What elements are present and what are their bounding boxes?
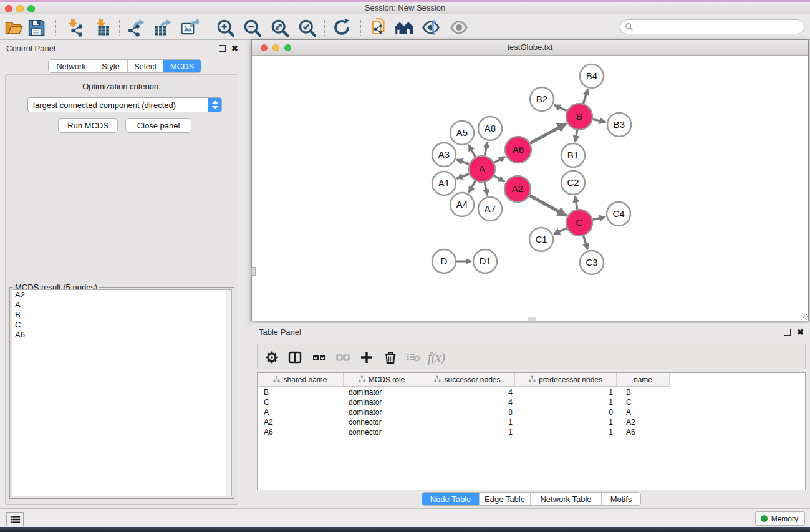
node-C3[interactable]: C3 bbox=[580, 251, 604, 274]
tab-motifs[interactable]: Motifs bbox=[602, 493, 640, 505]
node-A[interactable]: A bbox=[469, 156, 495, 182]
edge-B-B1[interactable] bbox=[576, 130, 577, 142]
export-table-icon[interactable] bbox=[152, 17, 173, 38]
float-panel-icon[interactable] bbox=[219, 45, 226, 52]
network-doc-icon[interactable] bbox=[369, 17, 390, 38]
gear-icon[interactable] bbox=[263, 348, 281, 367]
column-header-mcds-role[interactable]: MCDS role bbox=[344, 373, 420, 387]
table-row[interactable]: A6connector11A6 bbox=[258, 427, 805, 437]
edge-A2-C[interactable] bbox=[529, 196, 566, 216]
tab-style[interactable]: Style bbox=[94, 60, 128, 72]
table-row[interactable]: Adominator80A bbox=[258, 407, 805, 417]
node-A6[interactable]: A6 bbox=[505, 137, 531, 163]
column-header-successor-nodes[interactable]: successor nodes bbox=[420, 373, 515, 387]
horizontal-scroll-grip[interactable] bbox=[528, 317, 536, 321]
zoom-out-icon[interactable] bbox=[241, 17, 263, 38]
import-network-icon[interactable] bbox=[64, 17, 85, 38]
edge-B-B2[interactable] bbox=[554, 105, 567, 110]
column-header-predecessor-nodes[interactable]: predecessor nodes bbox=[515, 373, 617, 387]
table-float-panel-icon[interactable] bbox=[784, 329, 791, 336]
node-A8[interactable]: A8 bbox=[478, 117, 502, 140]
result-list-item[interactable]: B bbox=[12, 310, 231, 320]
edge-C-C4[interactable] bbox=[592, 217, 605, 220]
result-list-scrollbar[interactable] bbox=[226, 290, 231, 496]
edge-A-A5[interactable] bbox=[469, 145, 476, 157]
resize-grip-icon[interactable] bbox=[799, 312, 808, 320]
edge-A-A8[interactable] bbox=[485, 142, 487, 156]
edge-A6-B[interactable] bbox=[530, 123, 566, 143]
table-row[interactable]: Bdominator41B bbox=[258, 387, 805, 397]
node-B2[interactable]: B2 bbox=[530, 87, 554, 111]
edge-C-C1[interactable] bbox=[554, 228, 567, 234]
tab-select[interactable]: Select bbox=[128, 60, 163, 72]
eye-icon[interactable] bbox=[448, 17, 470, 38]
column-header-name[interactable]: name bbox=[617, 373, 670, 387]
node-B4[interactable]: B4 bbox=[580, 64, 604, 88]
edge-A-A3[interactable] bbox=[457, 160, 470, 164]
result-list-item[interactable]: C bbox=[12, 320, 231, 330]
select-all-icon[interactable] bbox=[310, 348, 329, 367]
node-A3[interactable]: A3 bbox=[432, 143, 456, 167]
columns-icon[interactable] bbox=[286, 348, 304, 367]
table-row[interactable]: A2connector11A2 bbox=[258, 417, 805, 427]
delete-table-icon[interactable] bbox=[404, 348, 423, 367]
node-D[interactable]: D bbox=[432, 249, 456, 273]
result-list-item[interactable]: A6 bbox=[12, 330, 231, 340]
table-close-panel-icon[interactable]: ✖ bbox=[797, 329, 804, 336]
node-C2[interactable]: C2 bbox=[561, 171, 585, 195]
save-icon[interactable] bbox=[26, 17, 47, 38]
close-panel-icon[interactable]: ✖ bbox=[231, 45, 238, 52]
node-B1[interactable]: B1 bbox=[561, 143, 585, 167]
close-panel-button[interactable]: Close panel bbox=[125, 118, 191, 133]
home-icon[interactable] bbox=[393, 17, 415, 38]
tab-node-table[interactable]: Node Table bbox=[422, 493, 480, 505]
node-A1[interactable]: A1 bbox=[432, 172, 456, 195]
node-A4[interactable]: A4 bbox=[450, 193, 474, 216]
node-B3[interactable]: B3 bbox=[607, 113, 631, 137]
node-A5[interactable]: A5 bbox=[450, 121, 474, 145]
hide-show-icon[interactable] bbox=[420, 17, 441, 38]
tab-edge-table[interactable]: Edge Table bbox=[480, 493, 531, 505]
edge-A-A4[interactable] bbox=[469, 181, 475, 193]
vertical-scroll-grip[interactable] bbox=[251, 267, 256, 276]
edge-A-A6[interactable] bbox=[494, 157, 504, 162]
criterion-dropdown[interactable]: largest connected component (directed) bbox=[27, 97, 222, 112]
zoom-in-icon[interactable] bbox=[215, 17, 236, 38]
tab-network[interactable]: Network bbox=[49, 60, 94, 72]
delete-column-icon[interactable] bbox=[381, 348, 400, 367]
node-B[interactable]: B bbox=[566, 104, 592, 130]
edge-C-C3[interactable] bbox=[584, 236, 588, 249]
node-A2[interactable]: A2 bbox=[504, 176, 531, 202]
search-input[interactable] bbox=[636, 22, 804, 31]
add-column-icon[interactable] bbox=[357, 348, 376, 367]
edge-A-A1[interactable] bbox=[457, 174, 470, 178]
edge-C-C2[interactable] bbox=[575, 196, 577, 210]
edge-B-B3[interactable] bbox=[593, 119, 606, 122]
tab-network-table[interactable]: Network Table bbox=[531, 493, 602, 505]
function-builder-button[interactable]: f(x) bbox=[427, 348, 446, 367]
deselect-all-icon[interactable] bbox=[334, 348, 352, 367]
memory-button[interactable]: Memory bbox=[755, 511, 805, 526]
node-A7[interactable]: A7 bbox=[478, 197, 502, 221]
node-C1[interactable]: C1 bbox=[529, 228, 553, 251]
network-window-titlebar[interactable]: testGlobe.txt bbox=[252, 40, 808, 56]
run-mcds-button[interactable]: Run MCDS bbox=[58, 118, 118, 133]
task-history-button[interactable] bbox=[6, 512, 24, 526]
tab-mcds[interactable]: MCDS bbox=[163, 60, 201, 72]
result-list-item[interactable]: A2 bbox=[12, 290, 231, 300]
edge-B-B4[interactable] bbox=[583, 89, 587, 104]
edge-A-A7[interactable] bbox=[485, 183, 487, 196]
export-image-icon[interactable] bbox=[179, 17, 200, 38]
zoom-fit-icon[interactable] bbox=[269, 17, 290, 38]
export-network-icon[interactable] bbox=[125, 17, 147, 38]
node-D1[interactable]: D1 bbox=[473, 249, 497, 273]
column-header-shared-name[interactable]: shared name bbox=[258, 373, 344, 387]
node-C4[interactable]: C4 bbox=[607, 202, 630, 226]
zoom-selected-icon[interactable] bbox=[296, 17, 317, 38]
open-file-icon[interactable] bbox=[3, 17, 24, 38]
edge-A-A2[interactable] bbox=[494, 176, 504, 181]
table-row[interactable]: Cdominator41C bbox=[258, 397, 805, 407]
network-canvas[interactable]: B4B2BB3A8A5A6B1A3AC2A1A2A4A7C4CC1C3DD1 bbox=[253, 56, 808, 321]
node-C[interactable]: C bbox=[566, 210, 592, 236]
import-table-icon[interactable] bbox=[92, 17, 113, 38]
